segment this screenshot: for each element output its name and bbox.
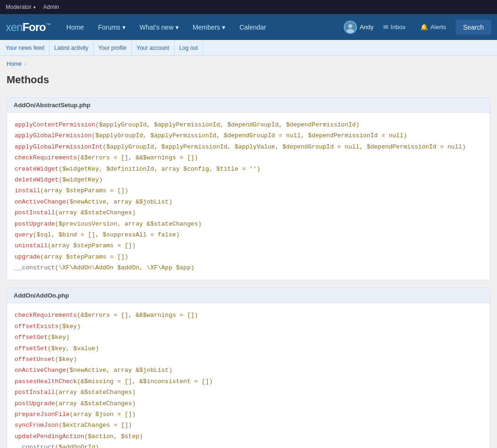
- method-item[interactable]: offsetSet($key, $value): [15, 343, 482, 354]
- nav-members-arrow: ▾: [222, 24, 225, 31]
- moderator-menu[interactable]: Moderator ▾: [6, 4, 36, 10]
- method-item[interactable]: offsetUnset($key): [15, 354, 482, 365]
- site-logo[interactable]: xenForo™: [6, 21, 50, 34]
- method-block-2-list: checkRequirements(&$errors = [], &&$warn…: [7, 303, 490, 448]
- admin-label: Admin: [43, 4, 59, 10]
- method-item[interactable]: postInstall(array &$stateChanges): [15, 387, 482, 398]
- search-label: Search: [463, 24, 484, 31]
- method-item[interactable]: applyContentPermission($applyGroupId, $a…: [15, 119, 482, 130]
- subnav-your-account[interactable]: Your account: [132, 40, 174, 56]
- subnav-news-feed-label: Your news feed: [6, 45, 44, 51]
- method-item[interactable]: install(array $stepParams = []): [15, 185, 482, 196]
- method-item[interactable]: updatePendingAction($action, $step): [15, 431, 482, 442]
- nav-calendar[interactable]: Calendar: [233, 20, 273, 35]
- method-item[interactable]: checkRequirements(&$errors = [], &&$warn…: [15, 152, 482, 163]
- method-item[interactable]: checkRequirements(&$errors = [], &&$warn…: [15, 310, 482, 321]
- nav-forums[interactable]: Forums ▾: [91, 20, 132, 35]
- nav-whats-new-label: What's new: [140, 24, 174, 31]
- logo-part1: xen: [6, 21, 23, 33]
- nav-whats-new-arrow: ▾: [175, 24, 179, 31]
- search-button[interactable]: Search: [456, 20, 491, 35]
- method-item[interactable]: __construct(\XF\AddOn\AddOn $addOn, \XF\…: [15, 262, 482, 273]
- subnav-log-out[interactable]: Log out: [174, 40, 203, 56]
- method-item[interactable]: passesHealthCheck(&$missing = [], &$inco…: [15, 376, 482, 387]
- nav-whats-new[interactable]: What's new ▾: [133, 20, 185, 35]
- subnav-your-profile-label: Your profile: [98, 45, 126, 51]
- breadcrumb-separator: ›: [24, 61, 26, 67]
- subnav-your-profile[interactable]: Your profile: [94, 40, 132, 56]
- method-item[interactable]: onActiveChange($newActive, array &$jobLi…: [15, 365, 482, 376]
- svg-point-1: [348, 24, 353, 28]
- method-item[interactable]: prepareJsonFile(array $json = []): [15, 409, 482, 420]
- method-item[interactable]: query($sql, $bind = [], $suppressAll = f…: [15, 229, 482, 240]
- breadcrumb: Home ›: [0, 56, 497, 72]
- breadcrumb-home[interactable]: Home: [7, 61, 22, 67]
- method-block-1-filename: AddOn/AbstractSetup.php: [14, 102, 90, 109]
- inbox-button[interactable]: ✉ Inbox: [378, 21, 411, 33]
- moderator-label: Moderator: [6, 4, 32, 10]
- inbox-icon: ✉: [383, 24, 388, 31]
- method-block-2: AddOn/AddOn.php checkRequirements(&$erro…: [7, 288, 490, 448]
- nav-members-label: Members: [193, 24, 220, 31]
- page-title: Methods: [7, 74, 490, 90]
- inbox-label: Inbox: [391, 24, 406, 31]
- nav-forums-label: Forums: [98, 24, 120, 31]
- alerts-button[interactable]: 🔔 Alerts: [415, 21, 451, 33]
- nav-members[interactable]: Members ▾: [186, 20, 232, 35]
- method-item[interactable]: upgrade(array $stepParams = []): [15, 252, 482, 262]
- nav-right: Andy ✉ Inbox 🔔 Alerts Search: [344, 20, 491, 35]
- subnav-news-feed[interactable]: Your news feed: [6, 40, 49, 56]
- method-item[interactable]: postUpgrade(array &$stateChanges): [15, 398, 482, 409]
- subnav-log-out-label: Log out: [179, 45, 198, 51]
- subnav-latest-activity-label: Latest activity: [54, 45, 88, 51]
- avatar: [344, 21, 357, 34]
- main-navigation: xenForo™ Home Forums ▾ What's new ▾ Memb…: [0, 14, 497, 40]
- method-item[interactable]: onActiveChange($newActive, array &$jobLi…: [15, 196, 482, 207]
- method-item[interactable]: syncFromJson($extraChanges = []): [15, 420, 482, 431]
- method-item[interactable]: uninstall(array $stepParams = []): [15, 240, 482, 251]
- method-block-2-filename: AddOn/AddOn.php: [14, 292, 69, 299]
- method-item[interactable]: offsetGet($key): [15, 332, 482, 343]
- logo-trademark: ™: [46, 22, 50, 28]
- method-item[interactable]: applyGlobalPermissionInt($applyGroupId, …: [15, 141, 482, 152]
- nav-calendar-label: Calendar: [239, 24, 266, 31]
- subnav-your-account-label: Your account: [136, 45, 169, 51]
- logo-part2: Foro: [23, 21, 46, 33]
- alerts-icon: 🔔: [420, 24, 428, 31]
- method-item[interactable]: postUpgrade($previousVersion, array &$st…: [15, 219, 482, 229]
- method-item[interactable]: offsetExists($key): [15, 321, 482, 332]
- method-block-1-header: AddOn/AbstractSetup.php: [7, 98, 490, 113]
- subnav-latest-activity[interactable]: Latest activity: [49, 40, 94, 56]
- breadcrumb-home-label: Home: [7, 61, 22, 67]
- nav-items: Home Forums ▾ What's new ▾ Members ▾ Cal…: [60, 20, 344, 35]
- nav-forums-arrow: ▾: [122, 24, 126, 31]
- method-item[interactable]: deleteWidget($widgetKey): [15, 174, 482, 185]
- admin-bar: Moderator ▾ Admin: [0, 0, 497, 14]
- method-block-1-list: applyContentPermission($applyGroupId, $a…: [7, 113, 490, 280]
- avatar-image: [345, 21, 356, 34]
- method-item[interactable]: applyGlobalPermission($applyGroupId, $ap…: [15, 130, 482, 141]
- method-item[interactable]: postInstall(array &$stateChanges): [15, 207, 482, 218]
- user-info[interactable]: Andy: [344, 21, 374, 34]
- nav-home-label: Home: [66, 24, 84, 31]
- method-item[interactable]: createWidget($widgetKey, $definitionId, …: [15, 164, 482, 174]
- username-label: Andy: [360, 24, 374, 31]
- method-block-2-header: AddOn/AddOn.php: [7, 288, 490, 303]
- alerts-label: Alerts: [430, 24, 446, 31]
- moderator-dropdown-arrow: ▾: [33, 5, 36, 10]
- method-item[interactable]: __construct($addOnOrId): [15, 442, 482, 448]
- page-content: Methods AddOn/AbstractSetup.php applyCon…: [0, 72, 497, 448]
- method-block-1: AddOn/AbstractSetup.php applyContentPerm…: [7, 97, 490, 280]
- admin-link[interactable]: Admin: [43, 4, 59, 10]
- svg-point-2: [347, 29, 354, 33]
- nav-home[interactable]: Home: [60, 20, 90, 35]
- sub-navigation: Your news feed Latest activity Your prof…: [0, 40, 497, 56]
